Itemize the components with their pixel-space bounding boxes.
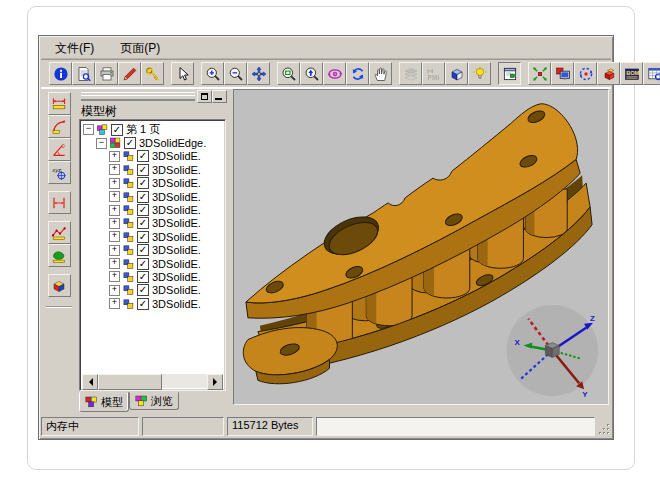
tree-node[interactable]: +✓3DSolidE.: [83, 257, 223, 270]
viewport-3d[interactable]: Z Y X: [233, 89, 609, 405]
expand-toggle[interactable]: +: [109, 218, 120, 229]
toolbar-group: [48, 221, 71, 267]
visibility-checkbox[interactable]: ✓: [137, 231, 149, 243]
bom-button[interactable]: [620, 62, 643, 85]
tree-node[interactable]: −✓3DSolidEdge.: [83, 136, 223, 149]
zoom-in-button[interactable]: [201, 62, 224, 85]
cube-icon: [449, 66, 465, 82]
resize-grip[interactable]: [598, 423, 611, 436]
markup-button[interactable]: [118, 62, 141, 85]
expand-toggle[interactable]: +: [109, 205, 120, 216]
measure-angle-button[interactable]: [48, 138, 71, 161]
about-button[interactable]: [49, 62, 72, 85]
expand-toggle[interactable]: +: [109, 164, 120, 175]
scroll-thumb[interactable]: [98, 374, 162, 390]
expand-toggle[interactable]: +: [109, 151, 120, 162]
toolbar-group: [528, 62, 660, 85]
right-arrow-icon: [213, 378, 221, 386]
animation-button[interactable]: [574, 62, 597, 85]
measure-area-button[interactable]: [48, 244, 71, 267]
visibility-checkbox[interactable]: ✓: [137, 244, 149, 256]
scroll-left-button[interactable]: [82, 374, 98, 390]
expand-toggle[interactable]: +: [109, 178, 120, 189]
expand-toggle[interactable]: +: [109, 231, 120, 242]
expand-toggle[interactable]: +: [109, 285, 120, 296]
tree-node[interactable]: +✓3DSolidE.: [83, 203, 223, 216]
measure-radius-button[interactable]: [48, 115, 71, 138]
measure-thickness-button[interactable]: [48, 191, 71, 214]
part-display-button[interactable]: [597, 62, 620, 85]
report-table-button[interactable]: [643, 62, 660, 85]
select-button[interactable]: [171, 62, 194, 85]
scroll-right-button[interactable]: [207, 374, 223, 390]
measure-volume-button[interactable]: [48, 274, 71, 297]
expand-toggle[interactable]: +: [109, 191, 120, 202]
part-node-icon: [122, 217, 135, 229]
tab-browse[interactable]: 浏览: [129, 392, 179, 410]
dock-restore-button[interactable]: [197, 90, 212, 103]
tree-rows: −✓第 1 页−✓3DSolidEdge.+✓3DSolidE.+✓3DSoli…: [83, 123, 223, 373]
measure-coordinate-button[interactable]: [48, 161, 71, 184]
collapse-toggle[interactable]: −: [83, 124, 94, 135]
refresh-view-button[interactable]: [346, 62, 369, 85]
standard-views-button[interactable]: [445, 62, 468, 85]
tab-model[interactable]: 模型: [79, 392, 129, 412]
tree-horizontal-scrollbar[interactable]: [82, 374, 223, 388]
visibility-checkbox[interactable]: ✓: [137, 217, 149, 229]
visibility-checkbox[interactable]: ✓: [137, 150, 149, 162]
expand-toggle[interactable]: +: [109, 245, 120, 256]
visibility-checkbox[interactable]: ✓: [137, 204, 149, 216]
visibility-checkbox[interactable]: ✓: [137, 258, 149, 270]
tree-node[interactable]: −✓第 1 页: [83, 123, 223, 136]
page-settings-button[interactable]: [498, 62, 521, 85]
visibility-checkbox[interactable]: ✓: [137, 284, 149, 296]
zoom-window-button[interactable]: [277, 62, 300, 85]
visibility-checkbox[interactable]: ✓: [137, 298, 149, 310]
expand-toggle[interactable]: +: [109, 258, 120, 269]
tree-node[interactable]: +✓3DSolidE.: [83, 217, 223, 230]
dock-grip[interactable]: [79, 90, 227, 101]
menu-page[interactable]: 页面(P): [116, 39, 164, 58]
visibility-checkbox[interactable]: ✓: [137, 177, 149, 189]
visibility-checkbox[interactable]: ✓: [124, 137, 136, 149]
tree-node[interactable]: +✓3DSolidE.: [83, 284, 223, 297]
tree-node[interactable]: +✓3DSolidE.: [83, 270, 223, 283]
rotate-view-button[interactable]: [323, 62, 346, 85]
pan-button[interactable]: [247, 62, 270, 85]
visibility-checkbox[interactable]: ✓: [137, 164, 149, 176]
tree-node-label: 3DSolidE.: [152, 177, 201, 189]
zoom-fit-button[interactable]: [300, 62, 323, 85]
zoom-out-button[interactable]: [224, 62, 247, 85]
dock-grip-lines: [81, 92, 195, 101]
view-file-info-button[interactable]: [72, 62, 95, 85]
move-explode-button[interactable]: [528, 62, 551, 85]
menu-file[interactable]: 文件(F): [51, 39, 98, 58]
collapse-toggle[interactable]: −: [96, 138, 107, 149]
visibility-checkbox[interactable]: ✓: [137, 271, 149, 283]
visibility-checkbox[interactable]: ✓: [111, 124, 123, 136]
pan-hand-button[interactable]: [369, 62, 392, 85]
tree-node[interactable]: +✓3DSolidE.: [83, 230, 223, 243]
tab-model-label: 模型: [101, 395, 123, 410]
tree-node[interactable]: +✓3DSolidE.: [83, 297, 223, 310]
tree-node[interactable]: +✓3DSolidE.: [83, 163, 223, 176]
expand-toggle[interactable]: +: [109, 271, 120, 282]
print-button[interactable]: [95, 62, 118, 85]
measure-distance-button[interactable]: [48, 92, 71, 115]
tree-node[interactable]: +✓3DSolidE.: [83, 150, 223, 163]
tree-node[interactable]: +✓3DSolidE.: [83, 190, 223, 203]
explode-icon: [532, 66, 548, 82]
toolbar-group: [48, 191, 71, 214]
tree-node[interactable]: +✓3DSolidE.: [83, 244, 223, 257]
expand-toggle[interactable]: +: [109, 298, 120, 309]
dock-minimize-button[interactable]: [212, 90, 227, 103]
tree-node[interactable]: +✓3DSolidE.: [83, 177, 223, 190]
license-button[interactable]: [141, 62, 164, 85]
toolbar-group: [49, 62, 164, 85]
lighting-button[interactable]: [468, 62, 491, 85]
assembly-node-icon: [109, 137, 122, 149]
orientation-ball[interactable]: Z Y X: [507, 305, 599, 399]
visibility-checkbox[interactable]: ✓: [137, 191, 149, 203]
measure-polyline-button[interactable]: [48, 221, 71, 244]
snapshot-button[interactable]: [551, 62, 574, 85]
